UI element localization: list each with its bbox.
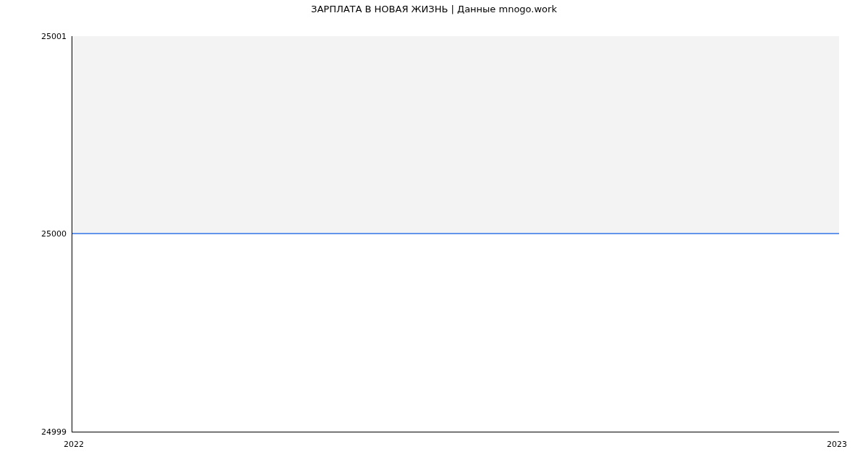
data-line [72, 233, 839, 234]
y-tick-label: 25000 [23, 229, 67, 239]
y-tick-label: 24999 [23, 427, 67, 437]
chart-container: ЗАРПЛАТА В НОВАЯ ЖИЗНЬ | Данные mnogo.wo… [0, 0, 868, 470]
y-axis-line [72, 36, 72, 432]
x-tick-label: 2023 [822, 440, 851, 449]
x-tick-label: 2022 [59, 440, 88, 449]
chart-title: ЗАРПЛАТА В НОВАЯ ЖИЗНЬ | Данные mnogo.wo… [0, 4, 868, 14]
x-axis-line [72, 432, 839, 432]
plot-upper-band [72, 36, 839, 234]
y-tick-label: 25001 [23, 32, 67, 41]
